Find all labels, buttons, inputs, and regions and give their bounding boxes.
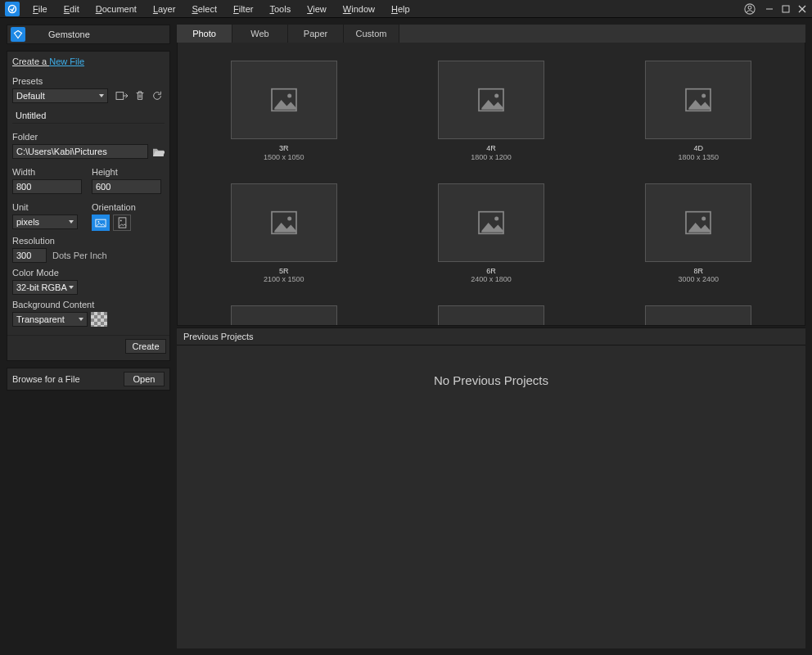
transparency-swatch-icon xyxy=(91,312,107,327)
preset-tabs: PhotoWebPaperCustom xyxy=(177,25,805,43)
menu-help[interactable]: Help xyxy=(383,0,418,18)
app-icon xyxy=(5,2,20,16)
save-preset-icon[interactable] xyxy=(115,88,129,103)
app-title-icon xyxy=(11,27,25,42)
app-title: Gemstone xyxy=(48,29,90,39)
preset-thumbnail[interactable] xyxy=(438,305,544,325)
orientation-label: Orientation xyxy=(92,202,165,212)
menu-layer[interactable]: Layer xyxy=(145,0,184,18)
preset-thumbnail[interactable] xyxy=(645,305,751,325)
preset-dimensions: 1800 x 1200 xyxy=(471,153,512,161)
resolution-label: Resolution xyxy=(12,236,165,246)
height-label: Height xyxy=(92,167,165,177)
user-account-icon[interactable] xyxy=(738,0,761,18)
preset-item: 5R2100 x 1500 xyxy=(201,183,367,285)
preset-dimensions: 1800 x 1350 xyxy=(679,153,720,161)
menu-edit[interactable]: Edit xyxy=(56,0,88,18)
preset-name: 6R2400 x 1800 xyxy=(471,267,512,285)
preset-grid-scroll[interactable]: 3R1500 x 10504R1800 x 12004D1800 x 13505… xyxy=(178,43,805,325)
svg-point-13 xyxy=(287,94,291,98)
preset-name: 4R1800 x 1200 xyxy=(471,144,512,162)
preset-item: 4R1800 x 1200 xyxy=(408,61,574,162)
browse-label: Browse for a File xyxy=(12,374,80,384)
reset-presets-icon[interactable] xyxy=(150,88,165,103)
tab-custom[interactable]: Custom xyxy=(344,25,399,43)
window-minimize-button[interactable] xyxy=(761,0,778,18)
unit-label: Unit xyxy=(12,202,85,212)
tab-web[interactable]: Web xyxy=(232,25,288,43)
width-label: Width xyxy=(12,167,85,177)
presets-dropdown[interactable]: Default xyxy=(12,88,108,103)
tab-paper[interactable]: Paper xyxy=(288,25,344,43)
preset-thumbnail[interactable] xyxy=(231,305,337,325)
preset-thumbnail[interactable] xyxy=(231,183,337,262)
window-maximize-button[interactable] xyxy=(778,0,794,18)
preset-thumbnail[interactable] xyxy=(438,183,544,262)
unit-dropdown[interactable]: pixels xyxy=(12,215,78,229)
background-dropdown[interactable]: Transparent xyxy=(12,312,88,327)
preset-item: 12R4500 x 3600 xyxy=(616,305,782,325)
preset-thumbnail[interactable] xyxy=(231,61,337,139)
svg-point-2 xyxy=(748,6,751,9)
background-content-label: Background Content xyxy=(12,300,165,309)
tab-photo[interactable]: Photo xyxy=(177,25,232,43)
menu-tools[interactable]: Tools xyxy=(261,0,299,18)
svg-point-21 xyxy=(494,216,498,220)
create-button[interactable]: Create xyxy=(125,339,166,354)
menu-bar: FileEditDocumentLayerSelectFilterToolsVi… xyxy=(0,0,812,18)
create-new-file-panel: Create a New File Presets Default Untitl… xyxy=(7,51,170,361)
width-input[interactable] xyxy=(12,179,82,194)
folder-input[interactable] xyxy=(12,144,148,159)
preset-name: 5R2100 x 1500 xyxy=(264,267,304,285)
preset-thumbnail[interactable] xyxy=(438,61,544,139)
presets-label: Presets xyxy=(12,76,165,86)
delete-preset-icon[interactable] xyxy=(133,88,147,103)
previous-projects-empty: No Previous Projects xyxy=(177,346,805,648)
browse-file-panel: Browse for a File Open xyxy=(7,368,170,391)
browse-folder-icon[interactable] xyxy=(151,144,165,159)
orientation-portrait-button[interactable] xyxy=(113,215,131,231)
window-close-button[interactable] xyxy=(794,0,810,18)
preset-item: 6R2400 x 1800 xyxy=(408,183,574,285)
menu-view[interactable]: View xyxy=(299,0,335,18)
svg-point-19 xyxy=(287,216,291,220)
svg-point-23 xyxy=(701,216,706,220)
color-mode-dropdown[interactable]: 32-bit RGBA xyxy=(12,280,78,295)
dpi-label: Dots Per Inch xyxy=(52,251,107,260)
resolution-input[interactable] xyxy=(12,248,47,263)
orientation-landscape-button[interactable] xyxy=(92,215,110,231)
previous-projects-header: Previous Projects xyxy=(177,328,805,346)
open-button[interactable]: Open xyxy=(124,372,165,386)
preset-item: 8R3000 x 2400 xyxy=(616,183,782,285)
preset-name: 4D1800 x 1350 xyxy=(679,144,720,162)
preset-item: 4D1800 x 1350 xyxy=(616,61,782,162)
height-input[interactable] xyxy=(92,179,161,194)
svg-point-17 xyxy=(701,94,706,98)
preset-dimensions: 3000 x 2400 xyxy=(679,275,720,283)
menu-file[interactable]: File xyxy=(25,0,56,18)
preset-grid-area: 3R1500 x 10504R1800 x 12004D1800 x 13505… xyxy=(177,43,805,326)
svg-point-11 xyxy=(120,220,121,222)
preset-dimensions: 2100 x 1500 xyxy=(264,275,304,283)
app-title-panel: Gemstone xyxy=(7,25,170,44)
svg-point-9 xyxy=(98,220,100,222)
panel-heading: Create a New File xyxy=(12,56,165,66)
preset-item: 11R4200 x 3300 xyxy=(408,305,574,325)
preset-item: 3R1500 x 1050 xyxy=(201,61,367,162)
preset-name: 8R3000 x 2400 xyxy=(679,267,720,285)
svg-rect-7 xyxy=(116,93,124,100)
svg-point-15 xyxy=(494,94,498,98)
svg-rect-4 xyxy=(783,6,789,12)
menu-filter[interactable]: Filter xyxy=(225,0,261,18)
preset-name: 3R1500 x 1050 xyxy=(264,144,304,162)
preset-dimensions: 2400 x 1800 xyxy=(471,275,512,283)
color-mode-label: Color Mode xyxy=(12,268,165,278)
menu-window[interactable]: Window xyxy=(335,0,383,18)
menu-document[interactable]: Document xyxy=(88,0,145,18)
preset-thumbnail[interactable] xyxy=(645,183,751,262)
menu-select[interactable]: Select xyxy=(183,0,225,18)
filename-field[interactable]: Untitled xyxy=(12,108,165,124)
preset-item: 10R3600 x 3000 xyxy=(201,305,367,325)
preset-dimensions: 1500 x 1050 xyxy=(264,153,304,161)
preset-thumbnail[interactable] xyxy=(645,61,751,139)
